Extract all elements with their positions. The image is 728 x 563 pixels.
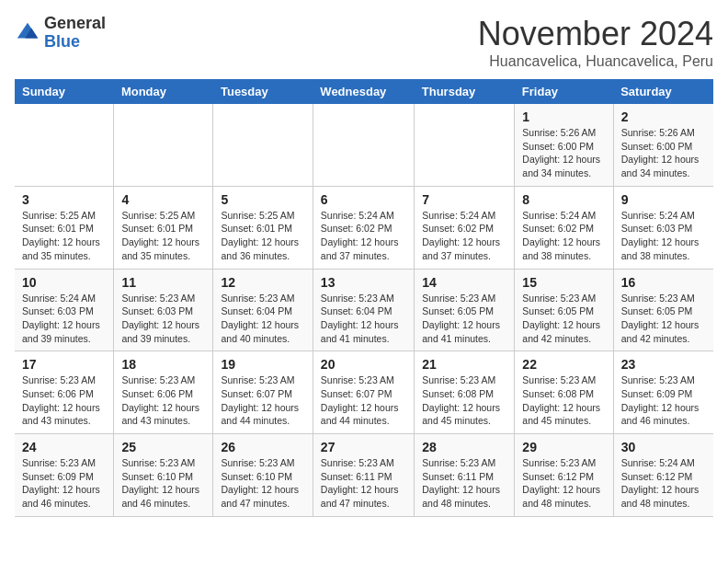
calendar-cell — [313, 104, 414, 186]
calendar-cell: 2Sunrise: 5:26 AMSunset: 6:00 PMDaylight… — [613, 104, 713, 186]
calendar-cell: 24Sunrise: 5:23 AMSunset: 6:09 PMDayligh… — [15, 434, 114, 517]
day-info: Sunrise: 5:23 AMSunset: 6:08 PMDaylight:… — [422, 373, 506, 428]
day-number: 29 — [522, 440, 605, 454]
title-section: November 2024 Huancavelica, Huancavelica… — [478, 15, 713, 70]
calendar-week-4: 17Sunrise: 5:23 AMSunset: 6:06 PMDayligh… — [15, 351, 713, 434]
day-info: Sunrise: 5:23 AMSunset: 6:09 PMDaylight:… — [22, 456, 106, 511]
day-number: 14 — [422, 275, 506, 290]
calendar-cell — [114, 104, 213, 186]
calendar-cell: 3Sunrise: 5:25 AMSunset: 6:01 PMDaylight… — [15, 186, 114, 269]
day-info: Sunrise: 5:23 AMSunset: 6:06 PMDaylight:… — [22, 373, 106, 428]
header-day-tuesday: Tuesday — [213, 79, 313, 104]
calendar-cell: 6Sunrise: 5:24 AMSunset: 6:02 PMDaylight… — [313, 186, 414, 269]
day-info: Sunrise: 5:23 AMSunset: 6:05 PMDaylight:… — [422, 292, 506, 346]
calendar-cell: 17Sunrise: 5:23 AMSunset: 6:06 PMDayligh… — [15, 351, 114, 434]
day-number: 3 — [22, 192, 106, 207]
calendar-cell: 4Sunrise: 5:25 AMSunset: 6:01 PMDaylight… — [114, 186, 213, 269]
day-number: 6 — [321, 192, 406, 207]
day-info: Sunrise: 5:23 AMSunset: 6:12 PMDaylight:… — [522, 456, 605, 511]
day-info: Sunrise: 5:24 AMSunset: 6:12 PMDaylight:… — [621, 456, 706, 511]
calendar-cell: 23Sunrise: 5:23 AMSunset: 6:09 PMDayligh… — [613, 351, 713, 434]
day-info: Sunrise: 5:23 AMSunset: 6:03 PMDaylight:… — [121, 292, 205, 346]
page-header: General Blue November 2024 Huancavelica,… — [15, 15, 713, 70]
day-number: 7 — [422, 192, 506, 207]
day-info: Sunrise: 5:23 AMSunset: 6:07 PMDaylight:… — [221, 373, 304, 428]
calendar-cell: 18Sunrise: 5:23 AMSunset: 6:06 PMDayligh… — [114, 351, 213, 434]
logo-blue: Blue — [44, 33, 106, 52]
day-number: 5 — [221, 192, 304, 207]
calendar-cell: 27Sunrise: 5:23 AMSunset: 6:11 PMDayligh… — [313, 434, 414, 517]
calendar-cell: 22Sunrise: 5:23 AMSunset: 6:08 PMDayligh… — [515, 351, 613, 434]
day-number: 20 — [321, 357, 406, 372]
day-number: 11 — [121, 275, 205, 290]
calendar-cell: 29Sunrise: 5:23 AMSunset: 6:12 PMDayligh… — [515, 434, 613, 517]
calendar-cell: 30Sunrise: 5:24 AMSunset: 6:12 PMDayligh… — [613, 434, 713, 517]
day-info: Sunrise: 5:23 AMSunset: 6:04 PMDaylight:… — [321, 292, 406, 346]
day-number: 17 — [22, 357, 106, 372]
calendar-cell — [415, 104, 515, 186]
day-info: Sunrise: 5:23 AMSunset: 6:11 PMDaylight:… — [422, 456, 506, 511]
day-number: 25 — [121, 440, 205, 454]
day-info: Sunrise: 5:24 AMSunset: 6:02 PMDaylight:… — [522, 209, 605, 263]
day-number: 28 — [422, 440, 506, 454]
day-number: 4 — [121, 192, 205, 207]
day-number: 24 — [22, 440, 106, 454]
calendar-body: 1Sunrise: 5:26 AMSunset: 6:00 PMDaylight… — [15, 104, 713, 516]
calendar-cell: 7Sunrise: 5:24 AMSunset: 6:02 PMDaylight… — [415, 186, 515, 269]
day-number: 15 — [522, 275, 605, 290]
calendar-table: SundayMondayTuesdayWednesdayThursdayFrid… — [15, 79, 713, 517]
day-number: 23 — [621, 357, 706, 372]
day-number: 8 — [522, 192, 605, 207]
day-number: 18 — [121, 357, 205, 372]
calendar-cell: 9Sunrise: 5:24 AMSunset: 6:03 PMDaylight… — [613, 186, 713, 269]
calendar-cell: 20Sunrise: 5:23 AMSunset: 6:07 PMDayligh… — [313, 351, 414, 434]
day-number: 9 — [621, 192, 706, 207]
day-info: Sunrise: 5:23 AMSunset: 6:07 PMDaylight:… — [321, 373, 406, 428]
day-info: Sunrise: 5:24 AMSunset: 6:03 PMDaylight:… — [621, 209, 706, 263]
day-info: Sunrise: 5:23 AMSunset: 6:09 PMDaylight:… — [621, 373, 706, 428]
day-info: Sunrise: 5:23 AMSunset: 6:06 PMDaylight:… — [121, 373, 205, 428]
day-info: Sunrise: 5:24 AMSunset: 6:02 PMDaylight:… — [422, 209, 506, 263]
day-number: 26 — [221, 440, 304, 454]
day-number: 22 — [522, 357, 605, 372]
day-info: Sunrise: 5:24 AMSunset: 6:03 PMDaylight:… — [22, 292, 106, 346]
day-number: 12 — [221, 275, 304, 290]
day-number: 1 — [522, 109, 605, 124]
logo-icon — [15, 20, 40, 46]
calendar-cell: 16Sunrise: 5:23 AMSunset: 6:05 PMDayligh… — [613, 269, 713, 351]
day-info: Sunrise: 5:25 AMSunset: 6:01 PMDaylight:… — [22, 209, 106, 263]
day-number: 10 — [22, 275, 106, 290]
calendar-cell: 1Sunrise: 5:26 AMSunset: 6:00 PMDaylight… — [515, 104, 613, 186]
header-day-monday: Monday — [114, 79, 213, 104]
day-number: 2 — [621, 109, 706, 124]
calendar-header: SundayMondayTuesdayWednesdayThursdayFrid… — [15, 79, 713, 104]
calendar-week-5: 24Sunrise: 5:23 AMSunset: 6:09 PMDayligh… — [15, 434, 713, 517]
day-number: 21 — [422, 357, 506, 372]
calendar-cell: 12Sunrise: 5:23 AMSunset: 6:04 PMDayligh… — [213, 269, 313, 351]
day-info: Sunrise: 5:26 AMSunset: 6:00 PMDaylight:… — [621, 126, 706, 180]
day-info: Sunrise: 5:23 AMSunset: 6:10 PMDaylight:… — [221, 456, 304, 511]
month-title: November 2024 — [478, 15, 713, 53]
calendar-cell: 11Sunrise: 5:23 AMSunset: 6:03 PMDayligh… — [114, 269, 213, 351]
calendar-cell: 13Sunrise: 5:23 AMSunset: 6:04 PMDayligh… — [313, 269, 414, 351]
header-day-wednesday: Wednesday — [313, 79, 414, 104]
calendar-cell: 26Sunrise: 5:23 AMSunset: 6:10 PMDayligh… — [213, 434, 313, 517]
day-info: Sunrise: 5:25 AMSunset: 6:01 PMDaylight:… — [221, 209, 304, 263]
logo: General Blue — [15, 15, 106, 52]
calendar-cell: 28Sunrise: 5:23 AMSunset: 6:11 PMDayligh… — [415, 434, 515, 517]
day-info: Sunrise: 5:25 AMSunset: 6:01 PMDaylight:… — [121, 209, 205, 263]
calendar-week-3: 10Sunrise: 5:24 AMSunset: 6:03 PMDayligh… — [15, 269, 713, 351]
header-day-thursday: Thursday — [415, 79, 515, 104]
day-number: 16 — [621, 275, 706, 290]
calendar-week-2: 3Sunrise: 5:25 AMSunset: 6:01 PMDaylight… — [15, 186, 713, 269]
day-info: Sunrise: 5:23 AMSunset: 6:05 PMDaylight:… — [621, 292, 706, 346]
calendar-cell: 10Sunrise: 5:24 AMSunset: 6:03 PMDayligh… — [15, 269, 114, 351]
header-day-saturday: Saturday — [613, 79, 713, 104]
day-number: 27 — [321, 440, 406, 454]
calendar-cell: 19Sunrise: 5:23 AMSunset: 6:07 PMDayligh… — [213, 351, 313, 434]
header-day-sunday: Sunday — [15, 79, 114, 104]
day-number: 30 — [621, 440, 706, 454]
calendar-cell: 8Sunrise: 5:24 AMSunset: 6:02 PMDaylight… — [515, 186, 613, 269]
day-info: Sunrise: 5:23 AMSunset: 6:11 PMDaylight:… — [321, 456, 406, 511]
calendar-cell — [213, 104, 313, 186]
